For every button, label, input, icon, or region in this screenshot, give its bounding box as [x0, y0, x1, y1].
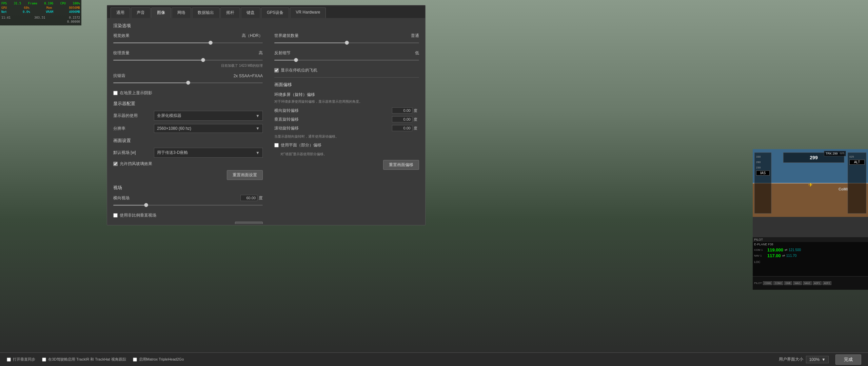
world-buildings-row: 世界建筑数量 普通 [274, 33, 419, 45]
tab-bar: 通用 声音 图像 网络 数据输出 摇杆 键盘 GPS设备 VR Hardware [107, 5, 425, 18]
tab-sound[interactable]: 声音 [131, 7, 151, 18]
horizontal-fov-unit: 度 [259, 195, 263, 201]
default-view-row: 默认视场 [w] 用于传送3-D座舱 ▼ [113, 148, 263, 158]
nav-freq-display: COM 1 119.000 ⇄ 121.500 NAV 1 117.00 ⇄ 1… [753, 247, 868, 260]
display-config-title: 显示器配置 [113, 101, 263, 107]
anti-aliasing-slider[interactable] [113, 80, 263, 85]
anti-aliasing-row: 抗锯齿 2x SSAA+FXAA [113, 73, 263, 85]
resolution-value: 868×366 (60 hz) [157, 126, 191, 131]
texture-note: 目前加载了 1423 MB的纹理 [113, 63, 263, 68]
com1-label: COM 1 [754, 248, 766, 251]
visual-effect-slider[interactable] [113, 40, 263, 45]
com-buttons-panel: PILOT COM1 COM2 DME NAV1 NAV2 ADF1 ADF2 [753, 276, 868, 290]
surround-rotation-desc: 对于环绕多屏使用旋转偏移，显示器将显示您周围的角度。 [274, 99, 419, 104]
stat-row-1: FPS31.5 Frame0.196 CPU100% [1, 1, 80, 6]
tab-keyboard[interactable]: 键盘 [241, 7, 260, 18]
done-button[interactable]: 完成 [835, 354, 861, 365]
fov-title: 视场 [113, 185, 263, 191]
triplehead-checkbox[interactable] [133, 358, 137, 362]
render-section-title: 渲染选项 [113, 23, 419, 29]
trk-display: TRK 299 025 [824, 151, 846, 156]
shadow-checkbox[interactable] [113, 91, 118, 95]
vertical-rotation-input[interactable]: 0.00 [392, 116, 412, 122]
partial-offset-checkbox[interactable] [274, 143, 279, 147]
monitor-use-value: 全屏化模拟器 [157, 113, 181, 119]
partial-offset-label: 使用平面（部分）偏移 [281, 142, 321, 148]
resolution-row: 分辨率 868×366 (60 hz) ▼ [113, 124, 263, 133]
coml-label: CoMI [839, 187, 848, 191]
scroll-rotation-unit: 度 [414, 126, 419, 131]
world-buildings-slider[interactable] [274, 40, 419, 45]
reflection-slider[interactable] [274, 57, 419, 63]
nonprop-fov-label: 使用非比例垂直视场 [120, 212, 156, 218]
triplehead-row: 启用Matrox TripleHead2Go [133, 357, 184, 362]
scroll-rotation-input[interactable]: 0.00 [392, 125, 412, 131]
ui-scale-label: 用户界面大小 [779, 357, 803, 362]
ui-scale-dropdown[interactable]: 100% ▼ [806, 356, 829, 363]
nonprop-fov-row: 使用非比例垂直视场 [113, 212, 263, 218]
adf1-btn[interactable]: ADF1 [813, 281, 822, 285]
attitude-indicator: ✈ 330280230 IAS 025 ALT 299 TRK 299 025 [753, 149, 868, 217]
shadow-checkbox-row: 在地景上显示阴影 [113, 90, 263, 96]
reflection-row: 反射细节 低 [274, 50, 419, 63]
world-buildings-label: 世界建筑数量 [274, 33, 299, 39]
horizontal-rotation-input[interactable]: 0.00 [392, 107, 412, 114]
trackir-checkbox[interactable] [42, 358, 46, 362]
vertical-rotation-row: 垂直旋转偏移 0.00 度 [274, 116, 419, 122]
divider1 [274, 77, 419, 78]
parked-planes-checkbox[interactable] [274, 68, 279, 73]
sync-vertical-label: 打开垂直同步 [13, 357, 35, 362]
tab-network[interactable]: 网络 [172, 7, 191, 18]
nav-display-area: PILOT E-PLANE F38 COM 1 119.000 ⇄ 121.50… [753, 237, 868, 278]
horizontal-fov-slider[interactable] [113, 202, 263, 208]
reset-screen-button[interactable]: 重置画面设置 [227, 170, 263, 180]
windshield-checkbox-row: 允许挡风玻璃效果 [113, 161, 263, 167]
display-config-section: 显示器配置 显示器的使用 全屏化模拟器 ▼ 分辨率 868×366 (6 [113, 101, 263, 133]
loc-display: LOC [753, 260, 868, 264]
vertical-rotation-label: 垂直旋转偏移 [274, 117, 392, 122]
monitor-use-label: 显示器的使用 [113, 113, 154, 119]
speed-tape: 330280230 IAS [754, 152, 771, 214]
world-buildings-value: 普通 [411, 33, 419, 39]
trackir-label: 在3D驾驶舱启用 TrackIR 和 TrackHat 视角跟踪 [48, 357, 126, 362]
left-column: 视觉效果 高（HDR） 纹理质量 高 [113, 33, 263, 224]
trk-value: TRK 299 [826, 152, 838, 155]
texture-quality-slider[interactable] [113, 57, 263, 63]
resolution-dropdown[interactable]: 868×366 (60 hz) ▼ [154, 124, 263, 133]
sync-vertical-checkbox[interactable] [7, 358, 11, 362]
sync-vertical-row: 打开垂直同步 [7, 357, 35, 362]
com1-btn[interactable]: COM1 [763, 281, 772, 285]
anti-aliasing-value: 2x SSAA+FXAA [234, 74, 263, 78]
shadow-label: 在地景上显示阴影 [120, 90, 152, 96]
tab-joystick[interactable]: 摇杆 [220, 7, 240, 18]
tab-data-output[interactable]: 数据输出 [192, 7, 220, 18]
nav2-btn[interactable]: NAV2 [803, 281, 812, 285]
adf2-btn[interactable]: ADF2 [823, 281, 831, 285]
monitor-use-dropdown[interactable]: 全屏化模拟器 ▼ [154, 111, 263, 121]
tab-gps[interactable]: GPS设备 [261, 7, 289, 18]
stat-row-3: Net0.0% VRAM4096MB [1, 10, 80, 14]
dme-btn[interactable]: DME [784, 281, 792, 285]
default-view-value: 用于传送3-D座舱 [157, 150, 188, 156]
settings-dialog: 通用 声音 图像 网络 数据输出 摇杆 键盘 GPS设备 VR Hardware… [107, 5, 426, 225]
reset-fov-button[interactable]: 重置视场 [235, 222, 263, 224]
windshield-checkbox[interactable] [113, 162, 118, 166]
nav1-btn[interactable]: NAV1 [793, 281, 802, 285]
com2-btn[interactable]: COM2 [773, 281, 783, 285]
fov-section: 视场 横向视场 60.00 度 [113, 185, 263, 224]
scroll-rotation-row: 滚动旋转偏移 0.00 度 [274, 125, 419, 131]
tab-general[interactable]: 通用 [111, 7, 130, 18]
tab-vr[interactable]: VR Hardware [290, 7, 326, 18]
scroll-rotation-label: 滚动旋转偏移 [274, 125, 392, 131]
horizontal-rotation-row: 横向旋转偏移 0.00 度 [274, 107, 419, 114]
pilot-btn-label: PILOT [754, 282, 762, 285]
monitor-use-row: 显示器的使用 全屏化模拟器 ▼ [113, 111, 263, 121]
panel-offset-title: 画面偏移 [274, 82, 419, 88]
horizontal-fov-input[interactable]: 60.00 [240, 195, 257, 201]
default-view-dropdown[interactable]: 用于传送3-D座舱 ▼ [154, 148, 263, 158]
nonprop-fov-checkbox[interactable] [113, 213, 118, 218]
visual-effect-row: 视觉效果 高（HDR） [113, 33, 263, 45]
tab-image[interactable]: 图像 [151, 7, 171, 18]
ui-scale-section: 用户界面大小 100% ▼ [779, 356, 829, 363]
reset-panel-offset-button[interactable]: 重置画面偏移 [383, 160, 419, 170]
